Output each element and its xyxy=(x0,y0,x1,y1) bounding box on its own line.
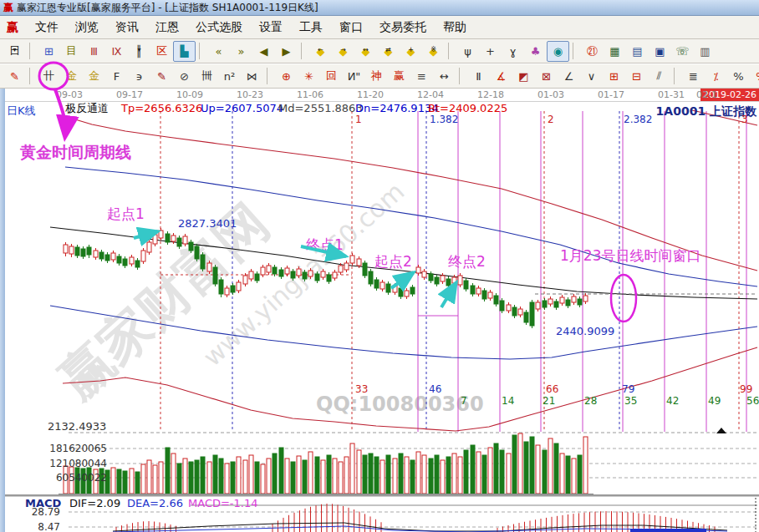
square-spiral-icon[interactable]: 回 xyxy=(320,66,343,87)
volume-bar xyxy=(339,462,343,494)
candle-body xyxy=(171,236,176,241)
grid-fan-icon[interactable]: ⊠ xyxy=(535,66,558,87)
mirror-tool-icon[interactable]: ⋈ xyxy=(241,66,263,87)
percent-line-icon[interactable]: % xyxy=(750,66,759,87)
candle-body xyxy=(105,255,110,261)
percent-icon[interactable]: % xyxy=(727,66,750,87)
gann-arrow-left-button[interactable]: ◆← xyxy=(309,41,332,62)
n-square-icon[interactable]: n² xyxy=(218,66,241,87)
menu-资讯[interactable]: 资讯 xyxy=(107,20,147,35)
notebook-icon[interactable]: ▤ xyxy=(626,41,649,62)
menu-窗口[interactable]: 窗口 xyxy=(331,20,371,35)
candle-body xyxy=(273,267,277,274)
cycle-circle-icon[interactable]: ⊘ xyxy=(173,66,196,87)
win-tool-icon[interactable]: 赢 xyxy=(388,66,410,87)
volume-bar xyxy=(494,443,498,494)
macd-dea-label: DEA=2.66 xyxy=(127,497,183,509)
flower-tool-icon[interactable]: ♣ xyxy=(524,41,547,62)
menu-公式选股[interactable]: 公式选股 xyxy=(187,20,251,35)
gann-arrow-cross-button[interactable]: ◆+ xyxy=(400,41,422,62)
brush-icon[interactable]: ✎ xyxy=(3,66,26,87)
volume-bar xyxy=(273,453,277,494)
remote-pc-icon[interactable]: ▥ xyxy=(694,41,716,62)
period-day-dropdown[interactable]: 日▾ xyxy=(3,41,26,62)
step-back-button[interactable]: ◀ xyxy=(252,41,275,62)
band-segment-icon[interactable]: 区 xyxy=(150,41,173,62)
watermark-url: www.yingjia360.com xyxy=(197,176,410,372)
red-pen-icon[interactable]: ✎ xyxy=(150,66,173,87)
candle-body xyxy=(518,309,522,315)
menu-交易委托[interactable]: 交易委托 xyxy=(371,20,435,35)
volume-bar xyxy=(536,445,540,494)
candle-style-dropdown[interactable]: ║▾ xyxy=(128,41,150,62)
golden-ratio-icon[interactable]: 金 xyxy=(83,66,105,87)
menu-设置[interactable]: 设置 xyxy=(251,20,291,35)
channel-legend-item: 极反通道 xyxy=(65,102,109,114)
candle-body xyxy=(189,242,193,251)
gann-count-label: 46 xyxy=(429,383,441,395)
skip-start-button[interactable]: « xyxy=(207,41,230,62)
title-bar[interactable]: 赢 赢家江恩专业版[赢家服务平台] - [上证指数 SH1A0001-119日K… xyxy=(0,0,759,16)
gann-arrow-move-button[interactable]: ◆※ xyxy=(422,41,445,62)
strike-percent-icon[interactable]: ⁒ xyxy=(705,66,727,87)
volume-bar xyxy=(393,459,397,494)
fibonacci-tool-icon[interactable]: F xyxy=(105,66,128,87)
save-icon[interactable]: ▣ xyxy=(649,41,671,62)
volume-bar xyxy=(159,462,163,494)
calendar-21-button[interactable]: ㉑ xyxy=(581,41,604,62)
overlap-window-icon[interactable]: ⊞ xyxy=(38,41,60,62)
menu-帮助[interactable]: 帮助 xyxy=(435,20,475,35)
volume-bar xyxy=(572,459,576,494)
channel-line-md xyxy=(50,227,757,299)
gann-arrow-hboth-button[interactable]: ◆↔ xyxy=(354,41,377,62)
starburst-tool-icon[interactable]: ✳ xyxy=(298,66,320,87)
angle-line-icon[interactable]: ∠ xyxy=(558,66,580,87)
pointer-arrow xyxy=(301,246,346,256)
minute-3-chart-icon[interactable]: Ⅲ xyxy=(83,41,105,62)
candle-body xyxy=(429,274,433,281)
spiral-tool-icon[interactable]: ϶ xyxy=(128,66,150,87)
shen-tool-icon[interactable]: 神 xyxy=(365,66,388,87)
crosshair-icon[interactable]: + xyxy=(479,41,502,62)
vee-line-icon[interactable]: ∨ xyxy=(580,66,603,87)
skip-end-button[interactable]: » xyxy=(230,41,252,62)
fan-shape-icon[interactable]: ◩ xyxy=(512,66,535,87)
target-tool-icon[interactable]: ⊕ xyxy=(275,66,298,87)
cursor-tool-icon[interactable]: ɣ xyxy=(502,41,524,62)
menu-工具[interactable]: 工具 xyxy=(291,20,331,35)
volume-macd-separator xyxy=(0,494,759,497)
phone-dial-icon[interactable]: ☏ xyxy=(671,41,694,62)
pillar-tool-icon[interactable]: Ⅱ xyxy=(467,66,490,87)
width-measure-icon[interactable]: ↔ xyxy=(433,66,456,87)
red-grid-icon[interactable]: ⊞ xyxy=(603,66,625,87)
ruler-123-icon[interactable]: ≡ xyxy=(410,66,433,87)
gann-arrow-swap-button[interactable]: ◆⇄ xyxy=(377,41,400,62)
mind-map-icon[interactable]: ◉ xyxy=(547,41,569,62)
candle-body xyxy=(249,271,253,279)
menu-浏览[interactable]: 浏览 xyxy=(67,20,107,35)
symbol-label: 1A0001 上证指数 xyxy=(656,104,757,118)
minute-9-chart-icon[interactable]: Ⅸ xyxy=(105,41,128,62)
volume-bar xyxy=(111,468,115,494)
price-bars-icon[interactable]: ≣ xyxy=(682,66,705,87)
ray-fan-icon[interactable]: ∡ xyxy=(490,66,512,87)
candle-body xyxy=(333,272,337,278)
menu-江恩[interactable]: 江恩 xyxy=(147,20,187,35)
golden-cycle-icon[interactable]: 金 xyxy=(60,66,83,87)
color-chart-icon[interactable]: ▙ xyxy=(173,41,196,62)
candle-body xyxy=(536,302,540,309)
candle-body xyxy=(69,246,74,254)
hand-tool-icon[interactable]: ψ xyxy=(456,41,479,62)
gann-arrow-right-button[interactable]: ◆→ xyxy=(332,41,354,62)
menu-文件[interactable]: 文件 xyxy=(27,20,67,35)
step-forward-button[interactable]: ▶ xyxy=(275,41,298,62)
calculator-icon[interactable]: ▦ xyxy=(604,41,626,62)
red-grid2-icon[interactable]: ⊟ xyxy=(625,66,648,87)
volume-bar xyxy=(87,468,91,494)
info-list-icon[interactable]: 目 xyxy=(60,41,83,62)
wave-count-icon[interactable]: И" xyxy=(343,66,365,87)
candle-body xyxy=(380,282,385,289)
tick-ruler-icon[interactable]: 卌 xyxy=(196,66,218,87)
parallel-lines-icon[interactable]: ⫽ xyxy=(648,66,670,87)
gann-grid-tool-icon[interactable]: 卄 xyxy=(38,66,60,87)
